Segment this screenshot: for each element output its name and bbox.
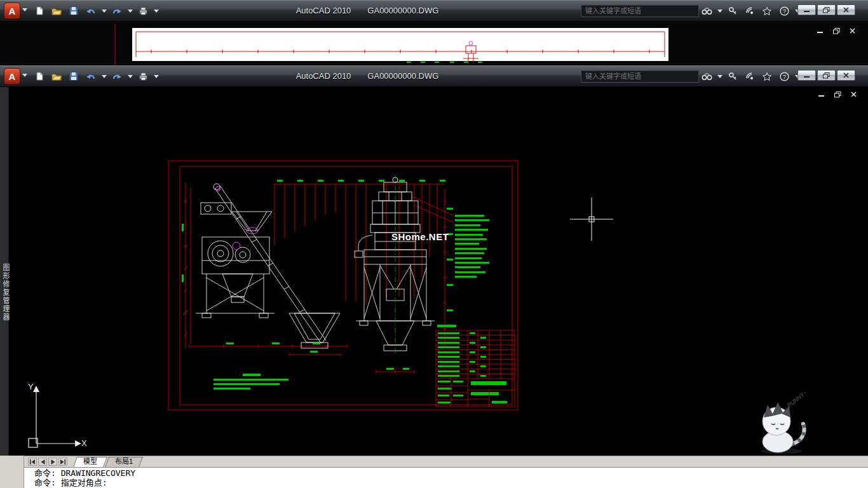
crosshair-cursor (570, 198, 613, 241)
search-dropdown[interactable] (716, 4, 723, 18)
app-menu-chevron-icon (22, 74, 27, 77)
last-tab-icon (60, 459, 66, 464)
key-icon (728, 72, 737, 81)
undo-arrow-icon (86, 72, 96, 81)
doc-minimize-button[interactable] (815, 27, 826, 35)
app-name: AutoCAD 2010 (296, 6, 351, 15)
cad-drawing-canvas[interactable] (0, 87, 868, 456)
search-button[interactable] (699, 4, 714, 18)
doc-close-button[interactable] (848, 90, 859, 98)
window1-drawing-area[interactable] (0, 22, 868, 65)
quick-access-toolbar (32, 4, 159, 18)
app-menu-button[interactable]: A (4, 68, 20, 85)
minimize-icon (817, 29, 824, 34)
redo-button[interactable] (109, 4, 125, 18)
undo-dropdown[interactable] (100, 4, 107, 18)
tab-model[interactable]: 模型 (75, 457, 105, 467)
prev-tab-icon (41, 459, 45, 464)
tab-nav-last-button[interactable] (58, 458, 67, 466)
plot-button[interactable] (135, 69, 151, 83)
open-button[interactable] (49, 4, 64, 18)
tab-nav-prev-button[interactable] (38, 458, 47, 466)
tab-layout1[interactable]: 布局1 (107, 457, 141, 467)
command-window-gutter (0, 456, 24, 488)
undo-button[interactable] (83, 69, 98, 83)
new-button[interactable] (32, 69, 47, 83)
subscription-button[interactable] (725, 4, 740, 18)
printer-icon (139, 72, 148, 81)
drawing-frame (168, 161, 518, 410)
watermark: SHome.NET (391, 231, 449, 242)
close-icon (843, 7, 849, 13)
model-space[interactable]: SHome.NET Y X PUNNY~ (0, 87, 868, 456)
save-floppy-icon (69, 6, 78, 15)
star-icon (763, 7, 771, 15)
doc-minimize-button[interactable] (816, 90, 827, 98)
chevron-down-icon (128, 75, 133, 78)
document-name: GA00000000.DWG (367, 6, 438, 15)
key-icon (728, 6, 737, 15)
help-button[interactable]: ? (776, 69, 792, 83)
paper-sheet (132, 28, 668, 61)
minimize-button[interactable] (797, 70, 816, 81)
search-button[interactable] (699, 69, 714, 83)
command-line-window[interactable]: 命令: DRAWINGRECOVERY 命令: 指定对角点: (24, 467, 868, 488)
satellite-icon (745, 72, 754, 81)
mixer-machine-view (196, 184, 340, 348)
favorites-button[interactable] (759, 4, 775, 18)
close-button[interactable] (837, 4, 855, 15)
autocad-logo-icon: A (9, 71, 16, 82)
window-title: AutoCAD 2010 GA00000000.DWG (296, 71, 439, 81)
redo-dropdown[interactable] (126, 69, 133, 83)
app-menu-button[interactable]: A (4, 3, 20, 19)
restore-icon (823, 7, 830, 13)
drawing-recovery-panel[interactable]: 图形修复管理器 (0, 87, 9, 456)
help-icon: ? (780, 6, 789, 16)
restore-button[interactable] (817, 70, 836, 81)
window-title: AutoCAD 2010 GA00000000.DWG (296, 6, 439, 15)
quick-access-toolbar (32, 69, 159, 83)
communication-center-button[interactable] (742, 4, 757, 18)
binoculars-icon (702, 7, 712, 15)
restore-button[interactable] (817, 4, 836, 15)
satellite-icon (745, 6, 754, 15)
open-button[interactable] (49, 69, 64, 83)
search-input[interactable] (581, 71, 699, 83)
first-tab-icon (30, 459, 36, 464)
ucs-icon (29, 386, 81, 447)
window2-controls (796, 70, 855, 81)
search-input[interactable] (581, 5, 699, 17)
minimize-button[interactable] (797, 4, 816, 15)
favorites-button[interactable] (759, 69, 775, 83)
tab-nav-next-button[interactable] (48, 458, 57, 466)
chevron-down-icon (128, 10, 133, 13)
restore-icon (834, 92, 841, 98)
communication-center-button[interactable] (742, 69, 757, 83)
search-dropdown[interactable] (716, 69, 723, 83)
close-button[interactable] (837, 70, 855, 81)
new-button[interactable] (32, 4, 47, 18)
redo-dropdown[interactable] (126, 4, 133, 18)
help-button[interactable]: ? (776, 4, 792, 18)
doc-restore-button[interactable] (831, 27, 842, 35)
ucs-y-label: Y (28, 382, 34, 391)
ucs-x-label: X (81, 438, 87, 448)
document-name: GA00000000.DWG (367, 71, 438, 81)
chevron-down-icon (154, 10, 159, 13)
doc-close-button[interactable] (846, 27, 858, 35)
doc-restore-button[interactable] (832, 90, 843, 98)
save-button[interactable] (66, 4, 81, 18)
new-file-icon (35, 6, 44, 15)
save-button[interactable] (66, 69, 81, 83)
qat-customize-dropdown[interactable] (153, 69, 159, 83)
tab-nav-first-button[interactable] (28, 458, 37, 466)
plot-button[interactable] (135, 4, 151, 18)
redo-button[interactable] (109, 69, 125, 83)
undo-dropdown[interactable] (100, 69, 107, 83)
undo-button[interactable] (83, 4, 98, 18)
qat-customize-dropdown[interactable] (153, 4, 159, 18)
next-tab-icon (51, 459, 55, 464)
command-history-line: 命令: DRAWINGRECOVERY (34, 468, 868, 478)
printer-icon (139, 7, 148, 15)
subscription-button[interactable] (725, 69, 740, 83)
